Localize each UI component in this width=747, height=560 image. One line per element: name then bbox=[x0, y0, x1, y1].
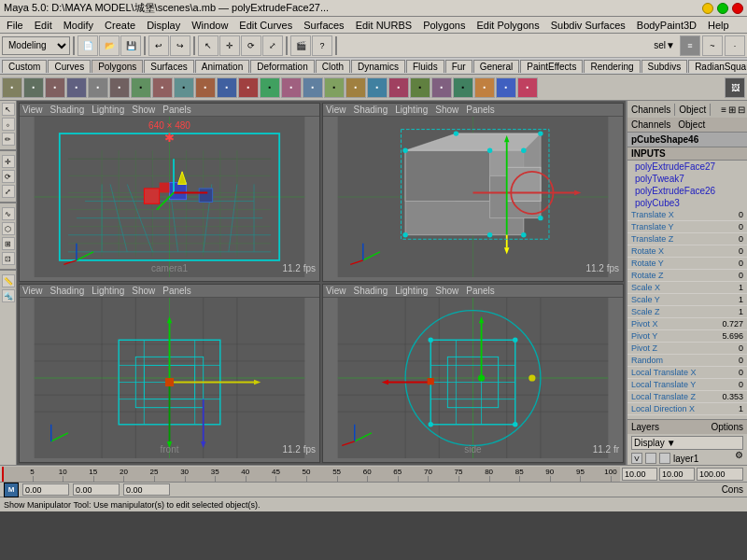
menu-item-polygons[interactable]: Polygons bbox=[418, 19, 470, 32]
menu-item-subdiv-surfaces[interactable]: Subdiv Surfaces bbox=[546, 19, 630, 32]
viewport-bottom-right[interactable]: View Shading Lighting Show Panels bbox=[322, 284, 624, 463]
shelf-icon-24[interactable]: ▪ bbox=[496, 77, 516, 98]
save-button[interactable]: 💾 bbox=[120, 35, 141, 56]
snap-point-button[interactable]: · bbox=[725, 35, 745, 56]
shelf-icon-5[interactable]: ▪ bbox=[88, 77, 108, 98]
viewport-top-right[interactable]: View Shading Lighting Show Panels bbox=[322, 103, 624, 282]
mode-dropdown[interactable]: Modeling Animation Rendering Dynamics bbox=[2, 36, 70, 55]
attr-value[interactable]: 0 bbox=[739, 234, 743, 244]
tab-fur[interactable]: Fur bbox=[445, 60, 472, 73]
shelf-icon-23[interactable]: ▪ bbox=[474, 77, 495, 98]
shelf-icon-14[interactable]: ▪ bbox=[281, 77, 302, 98]
attr-value[interactable]: 1 bbox=[739, 295, 743, 304]
menu-item-edit-nurbs[interactable]: Edit NURBS bbox=[351, 19, 417, 32]
menu-item-surfaces[interactable]: Surfaces bbox=[299, 19, 348, 32]
render-view-button[interactable]: 🖼 bbox=[725, 77, 745, 98]
rotate-tool-btn[interactable]: ⟳ bbox=[2, 170, 15, 183]
layer-visibility-box[interactable]: V bbox=[631, 453, 642, 464]
tab-radiansquare[interactable]: RadianSquare bbox=[688, 60, 747, 73]
viewport-content-br[interactable]: side 11.2 fr bbox=[323, 298, 623, 458]
tab-animation[interactable]: Animation bbox=[195, 60, 249, 73]
measure-tool-btn[interactable]: 📏 bbox=[2, 274, 15, 287]
attr-value[interactable]: 0 bbox=[739, 368, 743, 377]
tab-dynamics[interactable]: Dynamics bbox=[351, 60, 405, 73]
open-button[interactable]: 📂 bbox=[99, 35, 120, 56]
layer-reference-box[interactable] bbox=[645, 453, 656, 464]
help-button[interactable]: ? bbox=[312, 35, 332, 56]
menu-item-display[interactable]: Display bbox=[142, 19, 185, 32]
tab-general[interactable]: General bbox=[473, 60, 520, 73]
shelf-icon-3[interactable]: ▪ bbox=[45, 77, 65, 98]
menu-item-window[interactable]: Window bbox=[187, 19, 233, 32]
tab-fluids[interactable]: Fluids bbox=[406, 60, 444, 73]
select-button[interactable]: ↖ bbox=[198, 35, 218, 56]
menu-item-file[interactable]: File bbox=[2, 19, 28, 32]
paint-tool-btn[interactable]: ✏ bbox=[2, 133, 15, 146]
attr-value[interactable]: 1 bbox=[739, 404, 743, 413]
bevel-tool-btn[interactable]: ⊡ bbox=[2, 252, 15, 265]
close-button[interactable] bbox=[732, 3, 743, 14]
menu-item-edit-polygons[interactable]: Edit Polygons bbox=[472, 19, 543, 32]
input-item-polyextrudeface26[interactable]: polyExtrudeFace26 bbox=[627, 185, 747, 197]
shelf-icon-25[interactable]: ▪ bbox=[517, 77, 538, 98]
lasso-tool-btn[interactable]: ⬦ bbox=[2, 118, 15, 131]
snap-curve-button[interactable]: ~ bbox=[702, 35, 723, 56]
object-tab[interactable]: Object bbox=[675, 104, 711, 116]
attr-value[interactable]: 0.727 bbox=[722, 319, 743, 329]
undo-button[interactable]: ↩ bbox=[148, 35, 169, 56]
redo-button[interactable]: ↪ bbox=[170, 35, 190, 56]
shelf-icon-7[interactable]: ▪ bbox=[131, 77, 151, 98]
coord-y-input[interactable] bbox=[73, 483, 120, 496]
attr-value[interactable]: 0 bbox=[739, 416, 743, 417]
display-dropdown[interactable]: Display ▼ bbox=[631, 436, 743, 450]
attr-value[interactable]: 0 bbox=[739, 259, 743, 268]
input-item-polycube3[interactable]: polyCube3 bbox=[627, 197, 747, 209]
layer-template-box[interactable] bbox=[659, 453, 670, 464]
scale-tool-btn[interactable]: ⤢ bbox=[2, 185, 15, 198]
layer-settings-icon[interactable]: ⚙ bbox=[735, 450, 743, 460]
move-button[interactable]: ✛ bbox=[219, 35, 240, 56]
shelf-icon-16[interactable]: ▪ bbox=[324, 77, 345, 98]
tab-deformation[interactable]: Deformation bbox=[250, 60, 314, 73]
shelf-icon-11[interactable]: ▪ bbox=[217, 77, 237, 98]
shelf-icon-12[interactable]: ▪ bbox=[238, 77, 259, 98]
playhead[interactable] bbox=[2, 467, 4, 482]
poly-tool-btn[interactable]: ⬡ bbox=[2, 222, 15, 235]
tab-subdivs[interactable]: Subdivs bbox=[641, 60, 688, 73]
shelf-icon-18[interactable]: ▪ bbox=[367, 77, 388, 98]
tab-custom[interactable]: Custom bbox=[2, 60, 47, 73]
shelf-icon-20[interactable]: ▪ bbox=[410, 77, 430, 98]
coord-z-input[interactable] bbox=[123, 483, 170, 496]
extrude-tool-btn[interactable]: ⊞ bbox=[2, 237, 15, 250]
shelf-icon-8[interactable]: ▪ bbox=[152, 77, 173, 98]
snap-tool-btn[interactable]: 🔩 bbox=[2, 289, 15, 302]
tab-painteffects[interactable]: PaintEffects bbox=[520, 60, 583, 73]
shelf-icon-13[interactable]: ▪ bbox=[260, 77, 280, 98]
tab-surfaces[interactable]: Surfaces bbox=[144, 60, 193, 73]
new-button[interactable]: 📄 bbox=[78, 35, 98, 56]
tab-rendering[interactable]: Rendering bbox=[584, 60, 640, 73]
viewport-bottom-left[interactable]: View Shading Lighting Show Panels bbox=[19, 284, 320, 463]
attr-value[interactable]: 0 bbox=[739, 246, 743, 256]
channels-label[interactable]: Channels bbox=[631, 119, 670, 130]
menu-item-modify[interactable]: Modify bbox=[59, 19, 98, 32]
menu-item-create[interactable]: Create bbox=[100, 19, 140, 32]
input-item-polytweak7[interactable]: polyTweak7 bbox=[627, 173, 747, 185]
timeline-start-input[interactable] bbox=[622, 468, 657, 481]
shelf-icon-19[interactable]: ▪ bbox=[388, 77, 409, 98]
curve-tool-btn[interactable]: ∿ bbox=[2, 207, 15, 220]
menu-item-edit[interactable]: Edit bbox=[30, 19, 57, 32]
timeline-track[interactable]: 0510152025303540455055606570758085909510… bbox=[2, 467, 620, 482]
viewport-content-bl[interactable]: front 11.2 fps bbox=[20, 298, 319, 458]
attr-value[interactable]: 1 bbox=[739, 283, 743, 292]
maximize-button[interactable] bbox=[717, 3, 728, 14]
shelf-icon-9[interactable]: ▪ bbox=[174, 77, 194, 98]
shelf-icon-2[interactable]: ▪ bbox=[23, 77, 44, 98]
tab-curves[interactable]: Curves bbox=[48, 60, 91, 73]
coord-x-input[interactable] bbox=[22, 483, 69, 496]
panel-icon-2[interactable]: ⊞ bbox=[728, 105, 736, 115]
attr-value[interactable]: 0 bbox=[739, 343, 743, 353]
tab-cloth[interactable]: Cloth bbox=[316, 60, 350, 73]
menu-item-help[interactable]: Help bbox=[703, 19, 734, 32]
attr-value[interactable]: 1 bbox=[739, 307, 743, 316]
